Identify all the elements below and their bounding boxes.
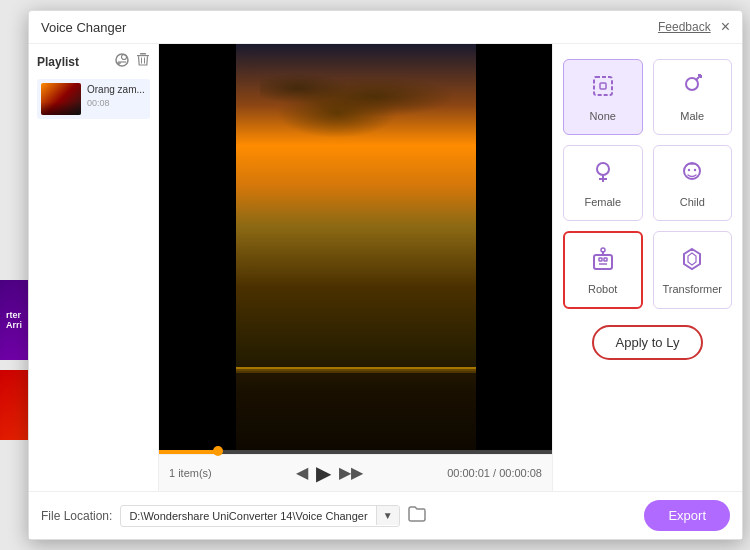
video-area: 1 item(s) ◀ ▶ ▶▶ 00:00:01 / 00:00:08 — [159, 44, 552, 491]
none-label: None — [590, 110, 616, 122]
folder-browse-icon[interactable] — [408, 506, 426, 526]
playlist-item[interactable]: Orang zam... 00:08 — [37, 79, 150, 119]
total-time: 00:00:08 — [499, 467, 542, 479]
title-bar-right: Feedback × — [658, 19, 730, 35]
transformer-label: Transformer — [663, 283, 723, 295]
svg-rect-10 — [600, 83, 606, 89]
svg-rect-9 — [594, 77, 612, 95]
dialog-title: Voice Changer — [41, 20, 126, 35]
voice-option-male[interactable]: Male — [653, 59, 733, 135]
svg-point-15 — [597, 163, 609, 175]
svg-rect-22 — [599, 258, 602, 261]
female-label: Female — [584, 196, 621, 208]
video-controls: 1 item(s) ◀ ▶ ▶▶ 00:00:01 / 00:00:08 — [159, 454, 552, 491]
transformer-icon — [678, 245, 706, 277]
male-label: Male — [680, 110, 704, 122]
feedback-link[interactable]: Feedback — [658, 20, 711, 34]
video-player — [159, 44, 552, 450]
main-content: Playlist — [29, 44, 742, 491]
timestamp: 00:00:01 / 00:00:08 — [447, 467, 542, 479]
close-button[interactable]: × — [721, 19, 730, 35]
voice-option-none[interactable]: None — [563, 59, 643, 135]
playlist-icon-group — [114, 52, 150, 71]
playlist-delete-icon[interactable] — [136, 52, 150, 71]
file-location-path: D:\Wondershare UniConverter 14\Voice Cha… — [121, 506, 375, 526]
female-icon — [589, 158, 617, 190]
file-location-input[interactable]: D:\Wondershare UniConverter 14\Voice Cha… — [120, 505, 399, 527]
playlist-item-duration: 00:08 — [87, 98, 146, 108]
robot-label: Robot — [588, 283, 617, 295]
child-icon — [678, 158, 706, 190]
voice-changer-dialog: Voice Changer Feedback × Playlist — [28, 10, 743, 540]
svg-point-1 — [122, 55, 127, 60]
apply-button[interactable]: Apply to Ly — [592, 325, 704, 360]
title-bar: Voice Changer Feedback × — [29, 11, 742, 44]
svg-rect-6 — [140, 53, 146, 55]
svg-rect-23 — [604, 258, 607, 261]
playlist-add-icon[interactable] — [114, 52, 130, 71]
items-count: 1 item(s) — [169, 467, 212, 479]
video-black-right — [476, 44, 553, 450]
svg-rect-5 — [137, 55, 149, 56]
play-button[interactable]: ▶ — [316, 461, 331, 485]
progress-thumb[interactable] — [213, 446, 223, 456]
svg-rect-21 — [594, 255, 612, 269]
playlist-item-name: Orang zam... — [87, 83, 146, 96]
video-content — [236, 44, 476, 450]
export-button[interactable]: Export — [644, 500, 730, 531]
robot-icon — [589, 245, 617, 277]
voice-option-female[interactable]: Female — [563, 145, 643, 221]
playlist-item-info: Orang zam... 00:08 — [87, 83, 146, 108]
bottom-bar: File Location: D:\Wondershare UniConvert… — [29, 491, 742, 539]
voice-panel: None Male — [552, 44, 742, 491]
progress-bar[interactable] — [159, 450, 552, 454]
playlist-header: Playlist — [37, 52, 150, 71]
voice-grid: None Male — [563, 59, 732, 309]
voice-option-robot[interactable]: Robot — [563, 231, 643, 309]
file-location-label: File Location: — [41, 509, 112, 523]
apply-btn-container: Apply to Ly — [563, 325, 732, 360]
svg-point-11 — [686, 78, 698, 90]
svg-point-20 — [694, 169, 696, 171]
voice-option-child[interactable]: Child — [653, 145, 733, 221]
voice-option-transformer[interactable]: Transformer — [653, 231, 733, 309]
none-icon — [589, 72, 617, 104]
playlist-thumbnail — [41, 83, 81, 115]
current-time: 00:00:01 — [447, 467, 490, 479]
progress-fill — [159, 450, 218, 454]
file-location-group: File Location: D:\Wondershare UniConvert… — [41, 505, 426, 527]
svg-point-19 — [688, 169, 690, 171]
next-button[interactable]: ▶▶ — [339, 465, 363, 481]
svg-point-26 — [601, 248, 605, 252]
video-black-left — [159, 44, 236, 450]
male-icon — [678, 72, 706, 104]
prev-button[interactable]: ◀ — [296, 465, 308, 481]
playlist-panel: Playlist — [29, 44, 159, 491]
transport-controls: ◀ ▶ ▶▶ — [296, 461, 363, 485]
file-location-dropdown-icon[interactable]: ▼ — [376, 506, 399, 525]
child-label: Child — [680, 196, 705, 208]
playlist-title: Playlist — [37, 55, 79, 69]
